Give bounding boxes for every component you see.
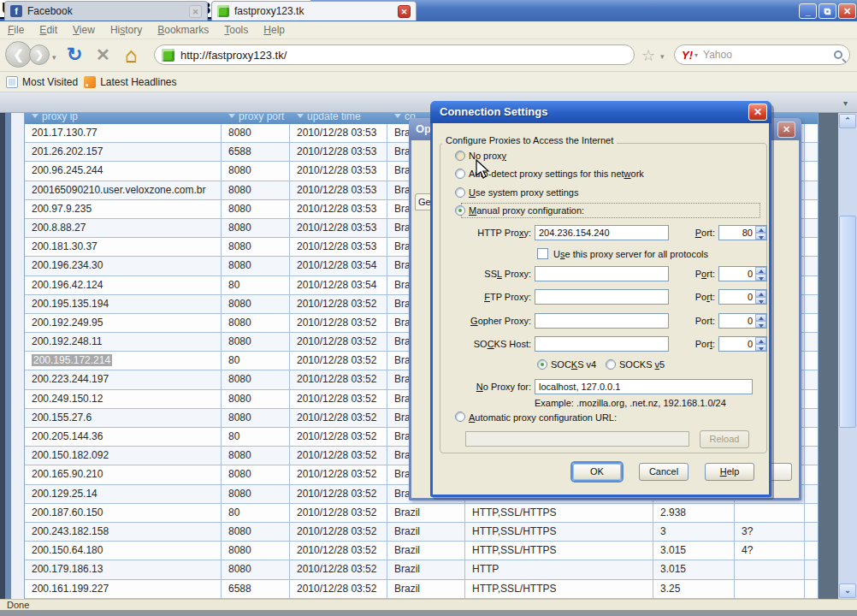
table-row[interactable]: 200.179.186.1380802010/12/28 03:52Brazil… <box>25 560 818 579</box>
menu-edit[interactable]: Edit <box>32 22 65 38</box>
cell-country: Brazil <box>387 523 465 541</box>
menu-help[interactable]: Help <box>256 22 293 38</box>
scroll-down-icon[interactable]: ⌄ <box>839 583 856 598</box>
cell-time: 2010/12/28 03:52 <box>290 523 387 541</box>
radio-manual-proxy-label[interactable]: Manual proxy configuration: <box>469 205 584 216</box>
table-row[interactable]: 200.243.182.15880802010/12/28 03:52Brazi… <box>25 523 818 542</box>
menu-view[interactable]: View <box>65 22 103 38</box>
ssl-proxy-field[interactable] <box>535 266 669 281</box>
tab-fastproxy[interactable]: fastproxy123.tk ✕ <box>211 1 417 21</box>
radio-system-proxy[interactable] <box>455 187 465 198</box>
search-input[interactable] <box>703 49 806 61</box>
radio-manual-proxy[interactable] <box>455 205 465 216</box>
cell-time: 2010/12/28 03:54 <box>290 276 387 294</box>
cell-extra <box>805 409 819 427</box>
spin-up-icon <box>755 314 766 321</box>
bookmark-most-visited[interactable]: Most Visited <box>6 76 78 88</box>
menu-bookmarks[interactable]: Bookmarks <box>150 22 216 38</box>
radio-socks-v5[interactable] <box>606 359 616 370</box>
restore-button[interactable]: ⧉ <box>819 3 836 19</box>
options-partial-button[interactable] <box>768 463 792 481</box>
ssl-port-field[interactable]: 0 <box>718 266 767 281</box>
radio-auto-detect-label[interactable]: Auto-detect proxy settings for this netw… <box>469 169 644 179</box>
table-row[interactable]: 200.161.199.22765882010/12/28 03:52Brazi… <box>25 580 818 599</box>
http-port-field[interactable]: 80 <box>718 225 767 240</box>
ftp-port-field[interactable]: 0 <box>718 289 767 305</box>
radio-auto-url[interactable] <box>455 412 465 422</box>
all-protocols-checkbox[interactable] <box>537 248 548 259</box>
reload-button[interactable]: Reload <box>700 430 749 448</box>
header-proxy-ip[interactable]: proxy ip <box>25 113 222 124</box>
scrollbar-thumb[interactable] <box>839 216 856 428</box>
ok-button[interactable]: OK <box>572 463 622 481</box>
cell-port: 8080 <box>222 200 290 218</box>
menu-file[interactable]: File <box>0 22 32 38</box>
tab-facebook[interactable]: f Facebook ✕ <box>4 1 208 21</box>
menu-history[interactable]: History <box>103 22 150 38</box>
port-spinner[interactable] <box>755 314 766 328</box>
dialog-titlebar[interactable]: Connection Settings <box>430 101 771 123</box>
radio-auto-detect[interactable] <box>455 169 465 179</box>
http-proxy-field[interactable]: 204.236.154.240 <box>535 225 669 240</box>
tab-list-dropdown-icon[interactable]: ▾ <box>843 98 848 108</box>
cell-type: HTTP,SSL/HTTPS <box>465 504 653 522</box>
forward-button[interactable]: ❯ <box>29 44 50 65</box>
cell-time: 2010/12/28 03:52 <box>290 370 387 388</box>
selected-ip: 200.195.172.214 <box>32 354 112 366</box>
search-engine-dropdown-icon[interactable]: ▾ <box>694 51 698 59</box>
dialog-close-button[interactable]: ✕ <box>748 104 767 121</box>
cell-port: 8080 <box>222 333 290 351</box>
port-spinner[interactable] <box>755 290 766 304</box>
gopher-proxy-field[interactable] <box>535 313 669 329</box>
tab-close-icon[interactable]: ✕ <box>189 5 202 18</box>
back-button[interactable]: ❮ <box>5 41 32 68</box>
bookmark-latest-headlines[interactable]: Latest Headlines <box>84 76 176 88</box>
port-spinner[interactable] <box>755 267 766 281</box>
socks-port-field[interactable]: 0 <box>718 336 767 352</box>
history-dropdown-icon[interactable]: ▾ <box>52 53 56 62</box>
bookmark-dropdown-icon[interactable]: ▾ <box>660 52 665 61</box>
cell-extra <box>805 257 819 275</box>
radio-socks-v4-label[interactable]: SOCKS v4 <box>551 359 596 370</box>
radio-auto-url-label[interactable]: Automatic proxy configuration URL: <box>469 412 617 423</box>
port-spinner[interactable] <box>755 337 766 351</box>
stop-icon[interactable]: ✕ <box>96 44 110 65</box>
ftp-proxy-field[interactable] <box>535 289 669 305</box>
site-favicon <box>162 49 174 62</box>
reload-icon[interactable]: ↻ <box>67 44 82 66</box>
help-button[interactable]: Help <box>705 463 754 481</box>
url-input[interactable] <box>180 49 591 62</box>
header-update-time[interactable]: update time <box>290 113 387 124</box>
socks-host-field[interactable] <box>535 336 669 352</box>
bookmark-star-icon[interactable]: ☆ <box>641 46 655 65</box>
auto-url-field[interactable] <box>465 431 689 447</box>
window-bottom-edge <box>0 610 857 616</box>
search-bar[interactable]: Y! ▾ <box>674 44 850 65</box>
menu-tools[interactable]: Tools <box>216 22 256 38</box>
vertical-scrollbar[interactable]: ⌃ ⌄ <box>838 113 857 599</box>
cell-port: 8080 <box>222 314 290 332</box>
table-row[interactable]: 200.150.64.18080802010/12/28 03:52Brazil… <box>25 542 818 560</box>
all-protocols-label[interactable]: Use this proxy server for all protocols <box>553 249 708 259</box>
header-proxy-port[interactable]: proxy port <box>222 113 290 124</box>
close-button[interactable]: ✕ <box>838 3 856 19</box>
home-icon[interactable]: ⌂ <box>125 43 138 67</box>
no-proxy-for-field[interactable]: localhost, 127.0.0.1 <box>535 379 753 394</box>
radio-socks-v4[interactable] <box>537 359 547 370</box>
url-bar[interactable] <box>154 44 635 65</box>
cell-ip: 200.223.244.197 <box>25 370 222 388</box>
options-close-button[interactable]: ✕ <box>777 121 795 138</box>
cell-ip: 200.179.186.13 <box>25 560 222 578</box>
scroll-up-icon[interactable]: ⌃ <box>839 114 856 128</box>
gopher-port-field[interactable]: 0 <box>718 313 767 329</box>
radio-no-proxy[interactable] <box>455 151 465 161</box>
search-icon[interactable] <box>834 50 842 59</box>
radio-system-proxy-label[interactable]: Use system proxy settings <box>469 187 578 198</box>
radio-socks-v5-label[interactable]: SOCKS v5 <box>619 359 665 370</box>
cancel-button[interactable]: Cancel <box>639 463 689 481</box>
tab-close-icon[interactable]: ✕ <box>398 5 411 18</box>
port-spinner[interactable] <box>755 226 766 240</box>
cell-time: 2010/12/28 03:52 <box>290 560 387 578</box>
minimize-button[interactable]: _ <box>799 3 817 19</box>
table-row[interactable]: 200.187.60.150802010/12/28 03:52BrazilHT… <box>25 504 818 523</box>
